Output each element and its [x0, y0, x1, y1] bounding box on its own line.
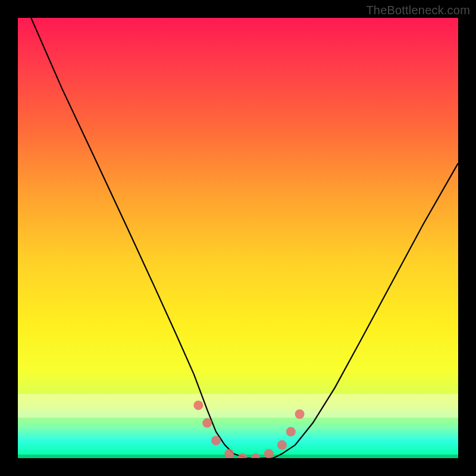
- min-zone-markers: [193, 400, 304, 458]
- marker-dot: [277, 440, 287, 450]
- bottleneck-curve: [18, 18, 458, 458]
- marker-dot: [193, 400, 203, 410]
- chart-plot-area: [18, 18, 458, 458]
- marker-dot: [286, 427, 296, 437]
- marker-dot: [202, 418, 212, 428]
- marker-dot: [211, 436, 221, 445]
- chart-frame: TheBottleneck.com: [0, 0, 476, 476]
- marker-dot: [295, 409, 305, 419]
- watermark-text: TheBottleneck.com: [366, 4, 470, 17]
- highlight-band: [18, 394, 458, 418]
- curve-path: [31, 18, 458, 458]
- baseline-band: [18, 455, 458, 458]
